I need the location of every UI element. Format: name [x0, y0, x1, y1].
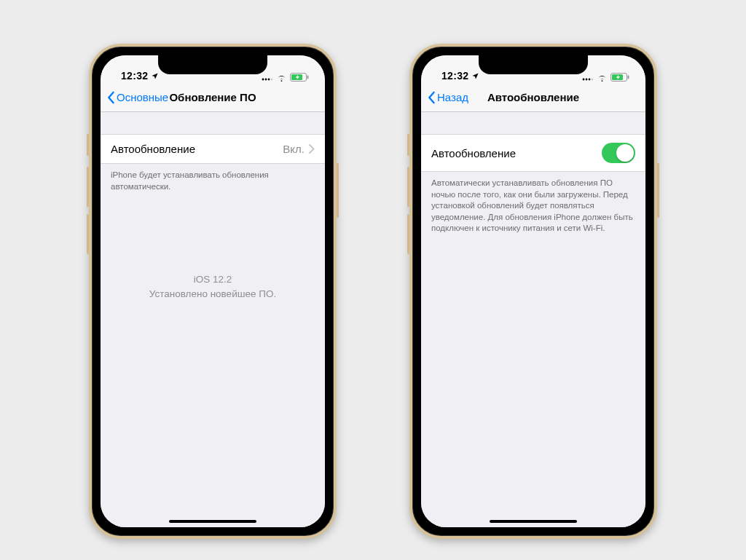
screen-left: 12:32	[101, 55, 325, 527]
svg-point-7	[583, 79, 585, 81]
ios-version: iOS 12.2	[115, 272, 310, 287]
status-right	[582, 73, 629, 82]
svg-point-8	[586, 79, 588, 81]
screen-right: 12:32	[421, 55, 645, 527]
wifi-icon	[276, 74, 287, 82]
svg-rect-12	[628, 76, 629, 79]
location-arrow-icon	[151, 72, 159, 80]
svg-point-9	[589, 79, 591, 81]
status-time: 12:32	[441, 70, 468, 82]
auto-update-toggle-cell[interactable]: Автообновление	[421, 134, 645, 172]
spacer	[421, 112, 645, 134]
chevron-left-icon	[106, 91, 115, 104]
content-area: Автообновление Автоматически устанавлива…	[421, 112, 645, 527]
signal-icon	[262, 74, 273, 81]
svg-point-1	[265, 79, 267, 81]
cell-label: Автообновление	[431, 147, 516, 159]
back-label: Назад	[437, 91, 468, 103]
battery-charging-icon	[290, 73, 309, 82]
status-time-group: 12:32	[441, 70, 479, 82]
section-footer: iPhone будет устанавливать обновления ав…	[101, 164, 325, 192]
back-button[interactable]: Основные	[106, 91, 168, 104]
spacer	[101, 112, 325, 134]
wifi-icon	[597, 74, 608, 82]
svg-point-10	[592, 79, 594, 81]
battery-charging-icon	[610, 73, 629, 82]
svg-point-0	[262, 79, 264, 81]
notch	[158, 55, 267, 74]
chevron-left-icon	[427, 91, 436, 104]
status-time: 12:32	[121, 70, 148, 82]
cell-value: Вкл.	[283, 143, 305, 155]
status-right	[262, 73, 309, 82]
auto-update-cell[interactable]: Автообновление Вкл.	[101, 134, 325, 164]
cell-value-group: Вкл.	[283, 143, 315, 155]
signal-icon	[582, 74, 594, 81]
update-message: Установлено новейшее ПО.	[115, 287, 310, 301]
side-button	[657, 163, 659, 218]
side-button	[337, 163, 339, 218]
svg-rect-5	[307, 76, 309, 79]
notch	[479, 55, 588, 74]
home-indicator[interactable]	[490, 520, 577, 523]
nav-bar: Назад Автообновление	[421, 83, 645, 112]
content-area: Автообновление Вкл. iPhone будет устанав…	[101, 112, 325, 527]
svg-point-3	[271, 79, 273, 81]
phone-frame-left: 12:32	[89, 44, 337, 539]
chevron-right-icon	[309, 144, 315, 154]
section-footer: Автоматически устанавливать обновления П…	[421, 172, 645, 234]
status-time-group: 12:32	[121, 70, 159, 82]
svg-point-2	[268, 79, 270, 81]
update-status: iOS 12.2 Установлено новейшее ПО.	[101, 272, 325, 301]
back-label: Основные	[117, 91, 168, 103]
home-indicator[interactable]	[169, 520, 256, 523]
back-button[interactable]: Назад	[427, 91, 468, 104]
cell-label: Автообновление	[111, 143, 195, 155]
toggle-switch-on[interactable]	[602, 143, 635, 163]
phone-frame-right: 12:32	[409, 44, 657, 539]
location-arrow-icon	[471, 72, 479, 80]
nav-bar: Основные Обновление ПО	[101, 83, 325, 112]
